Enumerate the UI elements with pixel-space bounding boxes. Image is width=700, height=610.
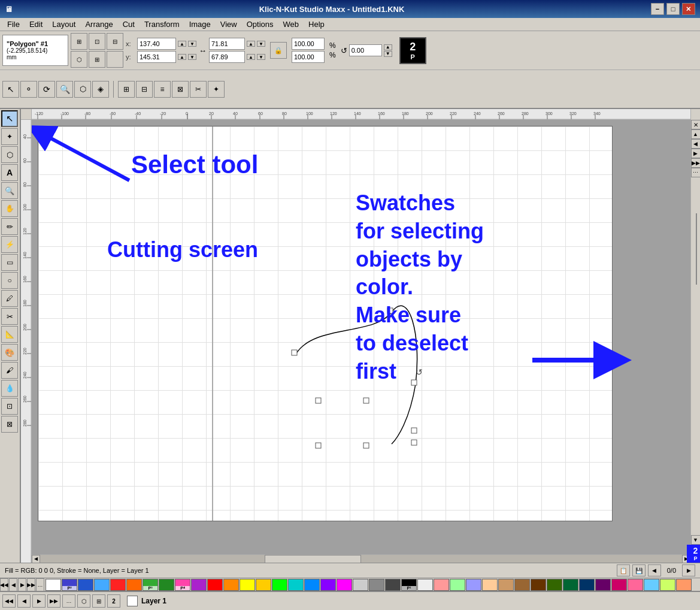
mirror-btn[interactable]: ⬡ [74, 81, 91, 98]
swatch-10[interactable] [207, 579, 223, 591]
transform-btn6[interactable] [107, 51, 123, 68]
shape-btn[interactable]: ⬡ [1, 146, 18, 163]
status-btn1[interactable]: 📋 [617, 564, 630, 576]
menu-web[interactable]: Web [278, 19, 304, 30]
swatch-13[interactable] [256, 579, 271, 591]
menu-help[interactable]: Help [304, 19, 329, 30]
menu-edit[interactable]: Edit [25, 19, 47, 30]
swatch-nav-last[interactable]: ▶▶ [27, 578, 35, 591]
nav-tool1[interactable]: ⬡ [77, 594, 90, 608]
width-input[interactable] [209, 38, 245, 50]
arrow-tool-btn[interactable]: ↖ [2, 81, 19, 98]
transform-btn3[interactable]: ⊟ [107, 33, 123, 50]
weld-btn[interactable]: ✂ [190, 81, 207, 98]
flip-btn[interactable]: ◈ [92, 81, 109, 98]
transform-btn1[interactable]: ⊞ [71, 33, 87, 50]
transform-btn5[interactable]: ⊞ [89, 51, 105, 68]
swatch-23[interactable] [417, 579, 433, 591]
bezier-btn[interactable]: ⚡ [1, 236, 18, 253]
swatch-34[interactable] [595, 579, 611, 591]
swatch-11[interactable] [223, 579, 239, 591]
v-scroll-end[interactable]: ▶▶ [691, 158, 701, 168]
align-btn[interactable]: ⊟ [136, 81, 153, 98]
y-down-btn[interactable]: ▼ [188, 54, 196, 60]
v-scroll-down[interactable]: ▼ [691, 535, 701, 545]
dist-btn[interactable]: ≡ [154, 81, 171, 98]
swatch-19[interactable] [353, 579, 368, 591]
swatch-nav-first[interactable]: ◀◀ [0, 578, 8, 591]
swatch-0[interactable] [46, 579, 61, 591]
swatch-1[interactable]: P² [62, 579, 77, 591]
minimize-button[interactable]: − [651, 3, 664, 15]
w-up-btn[interactable]: ▲ [247, 41, 255, 47]
swatch-18[interactable] [337, 579, 352, 591]
rot-up-btn[interactable]: ▲ [384, 44, 392, 50]
nav-first-btn[interactable]: ◀◀ [2, 594, 16, 608]
swatch-20[interactable] [369, 579, 384, 591]
x-up-btn[interactable]: ▲ [178, 41, 186, 47]
draw-btn[interactable]: ✏ [1, 218, 18, 235]
h-scrollthumb[interactable] [265, 555, 361, 563]
height-input[interactable] [209, 51, 245, 63]
swatch-39[interactable] [676, 579, 692, 591]
swatch-nav-prev[interactable]: ◀ [9, 578, 17, 591]
pan-btn[interactable]: ✋ [1, 200, 18, 217]
h-up-btn[interactable]: ▲ [247, 54, 255, 60]
measure-btn[interactable]: 📐 [1, 326, 18, 343]
swatch-31[interactable] [547, 579, 562, 591]
swatch-25[interactable] [450, 579, 465, 591]
swatch-28[interactable] [498, 579, 514, 591]
v-scroll-more[interactable]: ⋯ [691, 168, 701, 177]
swatch-35[interactable] [611, 579, 627, 591]
h-down-btn[interactable]: ▼ [257, 54, 265, 60]
menu-image[interactable]: Image [184, 19, 216, 30]
status-next-page[interactable]: ▶ [682, 564, 695, 576]
cut-btn[interactable]: ✦ [208, 81, 225, 98]
v-scroll-up[interactable]: ▲ [691, 129, 701, 139]
menu-arrange[interactable]: Arrange [80, 19, 117, 30]
menu-transform[interactable]: Transform [140, 19, 184, 30]
menu-options[interactable]: Options [242, 19, 278, 30]
swatch-2[interactable] [78, 579, 93, 591]
swatch-38[interactable] [660, 579, 675, 591]
crop-btn[interactable]: ⊡ [1, 398, 18, 415]
swatch-30[interactable] [531, 579, 546, 591]
w-down-btn[interactable]: ▼ [257, 41, 265, 47]
y-input[interactable] [137, 51, 176, 63]
rot-down-btn[interactable]: ▼ [384, 51, 392, 57]
swatch-37[interactable] [644, 579, 659, 591]
ellipse-btn[interactable]: ○ [1, 272, 18, 289]
rotation-input[interactable] [349, 44, 382, 56]
swatch-nav-next[interactable]: ▶ [18, 578, 26, 591]
swatch-26[interactable] [466, 579, 481, 591]
canvas-scroll-area[interactable]: ↺ Select tool Cutting screen Swatches fo… [32, 120, 690, 563]
swatch-9[interactable] [191, 579, 207, 591]
select-tool-btn[interactable]: ↖ [1, 110, 18, 127]
nav-tool2[interactable]: ⊞ [92, 594, 105, 608]
transform-tool-btn[interactable]: ⊠ [1, 416, 18, 433]
nav-prev-btn[interactable]: ◀ [17, 594, 31, 608]
close-button[interactable]: ✕ [682, 3, 695, 15]
v-scroll-up2[interactable]: ◀ [691, 139, 701, 149]
swatch-5[interactable] [126, 579, 142, 591]
v-scroll-down2[interactable]: ▶ [691, 149, 701, 158]
order-btn[interactable]: ⊠ [172, 81, 189, 98]
swatch-36[interactable] [628, 579, 643, 591]
maximize-button[interactable]: □ [666, 3, 680, 15]
swatch-16[interactable] [304, 579, 320, 591]
pen-btn[interactable]: 🖊 [1, 290, 18, 307]
x-input[interactable] [137, 38, 176, 50]
swatch-6[interactable]: P³ [143, 579, 158, 591]
menu-view[interactable]: View [216, 19, 242, 30]
rotate-tool-btn[interactable]: ⟳ [38, 81, 55, 98]
x-down-btn[interactable]: ▼ [188, 41, 196, 47]
swatch-15[interactable] [288, 579, 304, 591]
knife-btn[interactable]: ✂ [1, 308, 18, 325]
nav-last-btn[interactable]: ▶▶ [47, 594, 60, 608]
menu-file[interactable]: File [2, 19, 25, 30]
nav-tool3[interactable]: 2 [107, 594, 120, 608]
menu-cut[interactable]: Cut [118, 19, 140, 30]
swatch-7[interactable] [159, 579, 174, 591]
pct2-input[interactable] [292, 51, 325, 63]
menu-layout[interactable]: Layout [47, 19, 80, 30]
